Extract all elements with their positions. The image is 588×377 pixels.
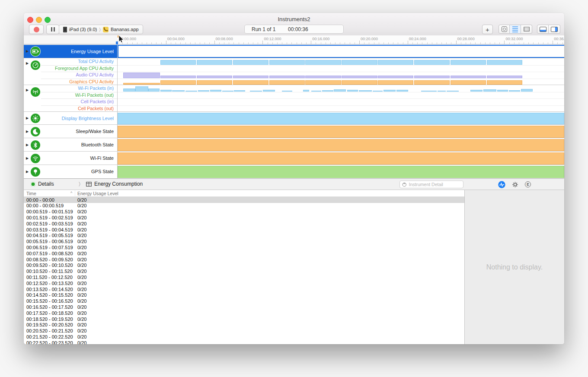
extended-detail-icon[interactable]: E <box>525 181 531 187</box>
table-row[interactable]: 00:17.520 - 00:18.5200/20 <box>24 310 464 316</box>
sidebar-graph-divider <box>117 44 118 178</box>
track-sidebar-display[interactable]: ▶Display Brightness Level <box>24 111 117 124</box>
add-instrument-button[interactable]: + <box>482 25 493 34</box>
elapsed-time: 00:00:36 <box>288 26 308 32</box>
track-sidebar-network[interactable]: ▶Wi-Fi Packets (in)Wi-Fi Packets (out)Ce… <box>24 85 117 111</box>
track-lane[interactable] <box>118 72 564 79</box>
disclosure-triangle-icon[interactable]: ▶ <box>26 156 29 160</box>
track-lane[interactable] <box>118 65 564 72</box>
track-lane[interactable] <box>118 125 564 138</box>
table-row[interactable]: 00:10.520 - 00:11.5200/20 <box>24 269 464 275</box>
ruler-tick <box>209 42 210 44</box>
activity-bar <box>172 90 185 92</box>
ruler-left-spacer <box>24 35 117 44</box>
track-lane[interactable] <box>118 112 564 124</box>
activity-bar <box>383 90 396 92</box>
table-row[interactable]: 00:04.519 - 00:05.5190/20 <box>24 233 464 239</box>
track-sidebar-gps[interactable]: ▶GPS State <box>24 165 117 178</box>
table-row[interactable]: 00:09.520 - 00:10.5200/20 <box>24 263 464 269</box>
pause-button[interactable] <box>46 25 59 34</box>
track-sidebar-cpu[interactable]: ▶Total CPU ActivityForeground App CPU Ac… <box>24 58 117 85</box>
track-lane[interactable] <box>118 45 564 58</box>
instrument-view-icon <box>502 26 507 32</box>
track-lane[interactable] <box>118 105 564 112</box>
ruler-tick <box>171 42 171 44</box>
track-graph-display[interactable] <box>118 111 564 124</box>
table-row[interactable]: 00:07.519 - 00:08.5200/20 <box>24 250 464 257</box>
disclosure-triangle-icon[interactable]: ▶ <box>26 116 29 120</box>
disclosure-triangle-icon[interactable]: ▶ <box>26 49 29 53</box>
instruments-view-button[interactable] <box>499 25 510 34</box>
table-row[interactable]: 00:03.519 - 00:04.5190/20 <box>24 227 464 233</box>
track-graph-bluetooth[interactable] <box>118 138 564 151</box>
timeline-ruler-scale[interactable]: 00:00.00000:04.00000:08.00000:12.00000:1… <box>118 35 564 44</box>
table-row[interactable]: 00:00 - 00:00.5190/20 <box>24 203 464 209</box>
playhead-marker[interactable] <box>116 41 118 44</box>
track-lane[interactable] <box>118 152 564 165</box>
record-settings-icon[interactable] <box>498 181 505 188</box>
cell-time: 00:05.519 - 00:06.519 <box>26 239 73 244</box>
time-display[interactable]: Run 1 of 1 00:00:36 <box>244 25 344 34</box>
details-breadcrumb-root[interactable]: Details <box>31 181 54 187</box>
track-lane[interactable] <box>118 85 564 92</box>
table-row[interactable]: 00:15.520 - 00:16.5200/20 <box>24 298 464 304</box>
column-header-energy[interactable]: Energy Usage Level <box>77 191 118 196</box>
track-graph-wifi[interactable] <box>118 151 564 165</box>
track-lane[interactable] <box>118 92 564 99</box>
track-sidebar-bluetooth[interactable]: ▶Bluetooth State <box>24 138 117 151</box>
table-row[interactable]: 00:00 - 00:000/20 <box>24 197 464 203</box>
disclosure-triangle-icon[interactable]: ▶ <box>26 130 29 133</box>
table-row[interactable]: 00:06.519 - 00:07.5190/20 <box>24 244 464 250</box>
search-input[interactable] <box>408 181 461 187</box>
table-row[interactable]: 00:13.520 - 00:14.5200/20 <box>24 286 464 292</box>
table-row[interactable]: 00:02.519 - 00:03.5190/20 <box>24 221 464 227</box>
track-label: Audio CPU Activity <box>76 72 114 79</box>
details-breadcrumb-item[interactable]: Energy Consumption <box>86 181 143 187</box>
sort-ascending-icon[interactable]: ^ <box>70 191 72 195</box>
table-row[interactable]: 00:19.520 - 00:20.5200/20 <box>24 322 464 328</box>
track-sidebar-sleep[interactable]: ▶Sleep/Wake State <box>24 124 117 138</box>
ruler-tick <box>345 42 345 44</box>
table-row[interactable]: 00:08.520 - 00:09.5200/20 <box>24 257 464 263</box>
table-row[interactable]: 00:21.520 - 00:22.5200/20 <box>24 334 464 340</box>
table-row[interactable]: 00:05.519 - 00:06.5190/20 <box>24 239 464 245</box>
ruler-tick <box>383 42 384 44</box>
column-header-time[interactable]: Time <box>26 191 36 196</box>
table-row[interactable]: 00:12.520 - 00:13.5200/20 <box>24 280 464 286</box>
table-row[interactable]: 00:18.520 - 00:19.5200/20 <box>24 316 464 322</box>
track-lane[interactable] <box>118 79 564 85</box>
disclosure-triangle-icon[interactable]: ▶ <box>26 170 29 174</box>
activity-bar <box>222 91 233 92</box>
track-lane[interactable] <box>118 165 564 178</box>
table-row[interactable]: 00:11.520 - 00:12.5200/20 <box>24 274 464 280</box>
track-graph-sleep[interactable] <box>118 124 564 138</box>
table-row[interactable]: 00:16.520 - 00:17.5200/20 <box>24 304 464 310</box>
table-row[interactable]: 00:20.520 - 00:21.5200/20 <box>24 328 464 334</box>
disclosure-triangle-icon[interactable]: ▶ <box>26 88 29 92</box>
instrument-detail-search[interactable] <box>399 181 463 188</box>
table-row[interactable]: 00:00.519 - 00:01.5190/20 <box>24 209 464 215</box>
target-device-chip[interactable]: iPad (3) (9.0) 〉 Bananas.app <box>59 25 143 34</box>
disclosure-triangle-icon[interactable]: ▶ <box>26 143 29 147</box>
track-sidebar-wifi[interactable]: ▶Wi-Fi State <box>24 151 117 165</box>
activity-bar-segment <box>269 60 305 65</box>
table-row[interactable]: 00:14.520 - 00:15.5200/20 <box>24 292 464 298</box>
table-row[interactable]: 00:01.519 - 00:02.5190/20 <box>24 215 464 221</box>
track-lane[interactable] <box>118 98 564 105</box>
table-row[interactable]: 00:22.520 - 00:23.5200/20 <box>24 340 464 344</box>
timeline-ruler[interactable]: 00:00.00000:04.00000:08.00000:12.00000:1… <box>24 35 564 44</box>
list-view-button[interactable] <box>510 25 521 34</box>
grid-view-button[interactable] <box>521 25 532 34</box>
toggle-detail-pane-button[interactable] <box>537 25 549 34</box>
track-lane[interactable] <box>118 58 564 65</box>
track-graph-network[interactable] <box>118 85 564 111</box>
record-button[interactable] <box>29 25 44 34</box>
track-lane[interactable] <box>118 138 564 151</box>
track-graph-energy[interactable] <box>118 45 564 58</box>
disclosure-triangle-icon[interactable]: ▶ <box>26 61 29 65</box>
track-graph-cpu[interactable] <box>118 58 564 85</box>
display-settings-icon[interactable] <box>512 181 518 188</box>
track-sidebar-energy[interactable]: ▶Energy Usage Level <box>24 45 117 58</box>
track-graph-gps[interactable] <box>118 165 564 178</box>
toggle-inspector-pane-button[interactable] <box>549 25 560 34</box>
